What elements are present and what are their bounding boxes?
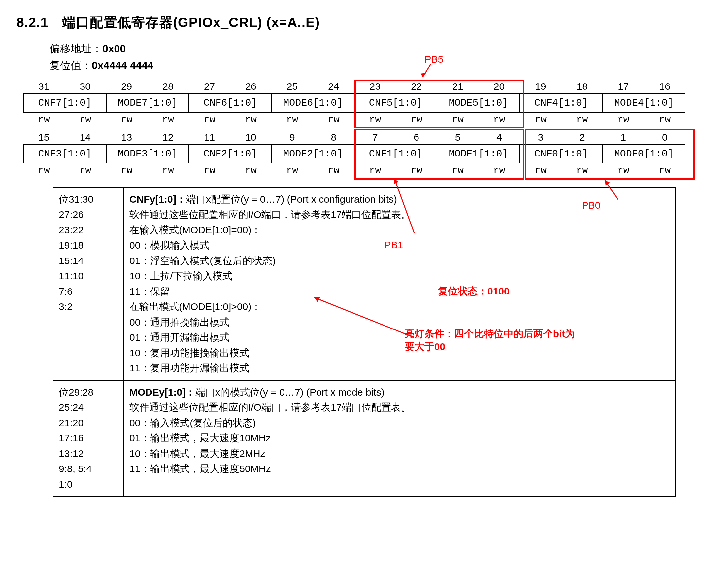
bit-number: 29	[106, 80, 147, 93]
desc-line: CNFy[1:0]：端口x配置位(y = 0…7) (Port x config…	[129, 192, 670, 207]
desc-line: 在输入模式(MODE[1:0]=00)：	[129, 222, 670, 238]
register-row-high: CNF7[1:0]MODE7[1:0]CNF6[1:0]MODE6[1:0]CN…	[23, 93, 686, 113]
bit-number: 31	[23, 80, 65, 93]
desc-line: 10：上拉/下拉输入模式	[129, 269, 670, 284]
register-field: CNF5[1:0]	[354, 94, 437, 112]
rw-flag: rw	[437, 113, 478, 126]
register-diagram: 31302928272625242322212019181716 CNF7[1:…	[16, 80, 686, 497]
bit-range: 7:6	[59, 284, 118, 299]
rw-flag: rw	[189, 164, 230, 177]
rw-flag: rw	[23, 164, 65, 177]
bit-number: 26	[230, 80, 271, 93]
rw-flag: rw	[396, 164, 437, 177]
rw-flag: rw	[644, 164, 686, 177]
bit-range: 11:10	[59, 269, 118, 284]
bit-numbers-low: 1514131211109876543210	[23, 130, 686, 144]
bit-range: 1:0	[59, 477, 118, 492]
bit-range: 13:12	[59, 446, 118, 462]
bit-number: 18	[561, 80, 603, 93]
register-field: MODE5[1:0]	[437, 94, 520, 112]
bit-number: 28	[147, 80, 189, 93]
svg-marker-3	[394, 179, 398, 184]
register-field: MODE1[1:0]	[437, 144, 520, 163]
desc-line: 01：输出模式，最大速度10MHz	[129, 430, 670, 446]
reset-label: 复位值：	[49, 60, 92, 71]
bit-number: 25	[272, 80, 313, 93]
desc-line: 在输出模式(MODE[1:0]>00)：	[129, 299, 670, 315]
desc-line: 00：模拟输入模式	[129, 238, 670, 253]
rw-flag: rw	[603, 113, 644, 126]
section-title: 8.2.1 端口配置低寄存器(GPIOx_CRL) (x=A..E)	[16, 13, 686, 32]
bit-number: 4	[479, 130, 520, 144]
bit-number: 8	[313, 130, 354, 144]
bit-numbers-high: 31302928272625242322212019181716	[23, 80, 686, 93]
desc1-body: CNFy[1:0]：端口x配置位(y = 0…7) (Port x config…	[124, 188, 675, 380]
svg-marker-1	[421, 73, 426, 77]
bit-number: 6	[396, 130, 437, 144]
desc-line: 00：通用推挽输出模式	[129, 315, 670, 330]
rw-flag: rw	[520, 113, 561, 126]
bit-number: 14	[65, 130, 106, 144]
desc2-body: MODEy[1:0]：端口x的模式位(y = 0…7) (Port x mode…	[124, 380, 675, 497]
reset-value: 0x4444 4444	[92, 60, 153, 71]
register-field: CNF2[1:0]	[189, 144, 272, 163]
rw-flag: rw	[230, 113, 271, 126]
bit-number: 2	[561, 130, 603, 144]
bit-number: 1	[603, 130, 644, 144]
offset-value: 0x00	[102, 42, 126, 55]
desc-line: 00：输入模式(复位后的状态)	[129, 415, 670, 431]
register-field: CNF1[1:0]	[354, 144, 437, 163]
rw-flag: rw	[354, 113, 396, 126]
rw-flag: rw	[65, 164, 106, 177]
offset-address-line: 偏移地址：0x00	[49, 41, 686, 56]
bit-range: 位31:30	[59, 192, 118, 207]
bit-number: 15	[23, 130, 65, 144]
bit-number: 3	[520, 130, 561, 144]
bit-range: 9:8, 5:4	[59, 461, 118, 477]
desc-line: 11：保留	[129, 284, 670, 299]
desc-line: 01：浮空输入模式(复位后的状态)	[129, 253, 670, 269]
rw-flag: rw	[23, 113, 65, 126]
reset-value-line: 复位值：0x4444 4444	[49, 58, 686, 73]
rw-flag: rw	[354, 164, 396, 177]
desc-line: 10：复用功能推挽输出模式	[129, 345, 670, 361]
bit-range: 21:20	[59, 415, 118, 431]
rw-flag: rw	[230, 164, 271, 177]
desc-line: 软件通过这些位配置相应的I/O端口，请参考表17端口位配置表。	[129, 207, 670, 222]
register-field: MODE2[1:0]	[272, 144, 354, 163]
rw-row-low: rwrwrwrwrwrwrwrwrwrwrwrwrwrwrwrw	[23, 164, 686, 177]
bit-number: 7	[354, 130, 396, 144]
rw-flag: rw	[520, 164, 561, 177]
bit-range: 27:26	[59, 207, 118, 222]
rw-flag: rw	[147, 113, 189, 126]
rw-flag: rw	[396, 113, 437, 126]
rw-flag: rw	[313, 113, 354, 126]
bit-number: 0	[644, 130, 686, 144]
register-field: CNF6[1:0]	[189, 94, 272, 112]
desc-line: 01：通用开漏输出模式	[129, 330, 670, 345]
register-field: CNF7[1:0]	[23, 94, 106, 112]
register-field: MODE0[1:0]	[602, 144, 685, 163]
desc1-bits: 位31:3027:2623:2219:1815:1411:107:63:2	[53, 188, 124, 380]
bit-number: 12	[147, 130, 189, 144]
rw-flag: rw	[65, 113, 106, 126]
rw-flag: rw	[147, 164, 189, 177]
register-row-low: CNF3[1:0]MODE3[1:0]CNF2[1:0]MODE2[1:0]CN…	[23, 144, 686, 164]
rw-flag: rw	[479, 164, 520, 177]
register-field: MODE6[1:0]	[272, 94, 354, 112]
rw-flag: rw	[106, 113, 147, 126]
desc-line: 11：输出模式，最大速度50MHz	[129, 461, 670, 477]
bit-number: 30	[65, 80, 106, 93]
bit-range: 15:14	[59, 253, 118, 269]
bit-number: 5	[437, 130, 478, 144]
bit-number: 21	[437, 80, 478, 93]
rw-flag: rw	[189, 113, 230, 126]
bit-range: 19:18	[59, 238, 118, 253]
bit-range: 25:24	[59, 400, 118, 415]
rw-flag: rw	[479, 113, 520, 126]
description-table: 位31:3027:2623:2219:1815:1411:107:63:2 CN…	[53, 187, 676, 497]
desc-line: 11：复用功能开漏输出模式	[129, 361, 670, 376]
rw-flag: rw	[561, 164, 603, 177]
bit-number: 22	[396, 80, 437, 93]
bit-number: 9	[272, 130, 313, 144]
